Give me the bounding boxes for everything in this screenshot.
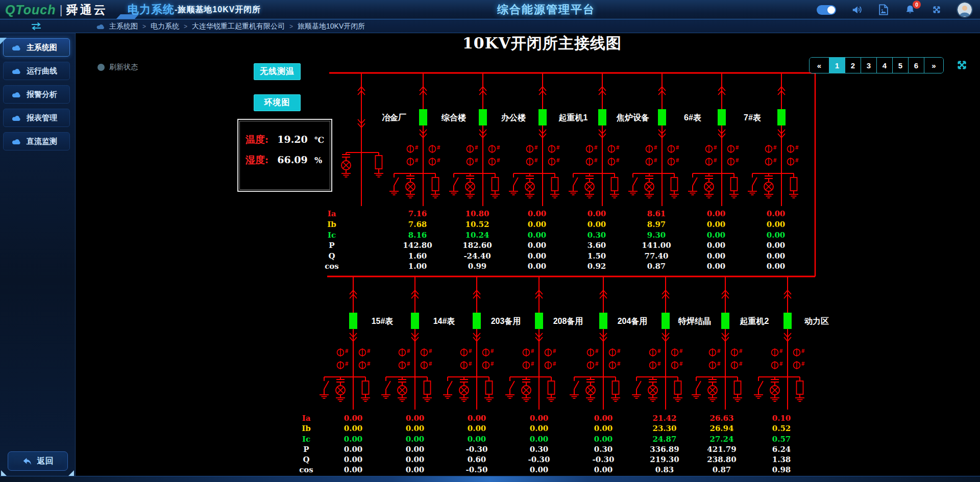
- sidebar-item-运行曲线[interactable]: 运行曲线: [3, 62, 70, 80]
- resistor-icon: [376, 156, 382, 169]
- resistor-icon: [552, 177, 558, 191]
- breaker-closed[interactable]: [662, 313, 670, 329]
- ct-hash: #: [407, 348, 410, 354]
- breaker-closed[interactable]: [538, 109, 547, 125]
- breaker-closed[interactable]: [598, 109, 606, 125]
- sidebar-collapse-icon[interactable]: [30, 22, 43, 31]
- breaker-closed[interactable]: [479, 109, 487, 125]
- breaker-closed[interactable]: [721, 313, 729, 329]
- breaker-closed[interactable]: [658, 109, 666, 125]
- ct-hash: #: [534, 144, 537, 150]
- sidebar-item-报表管理[interactable]: 报表管理: [3, 109, 70, 127]
- ct-hash: #: [739, 361, 742, 367]
- refresh-status: 刷新状态: [97, 63, 138, 72]
- table-value: 26.94: [710, 424, 734, 433]
- ct-hash: #: [407, 361, 410, 367]
- page-button-5[interactable]: 5: [892, 58, 908, 73]
- breaker-closed[interactable]: [349, 313, 357, 329]
- sidebar-item-直流监测[interactable]: 直流监测: [3, 132, 70, 150]
- page-button-2[interactable]: 2: [845, 58, 861, 73]
- table-value: 0.00: [594, 424, 613, 433]
- page-title: 10KV开闭所主接线图: [414, 33, 670, 54]
- breaker-closed[interactable]: [535, 313, 543, 329]
- announcement-icon[interactable]: [851, 4, 863, 15]
- table-value: 0.83: [655, 465, 674, 474]
- breaker-closed[interactable]: [783, 313, 792, 329]
- cloud-icon: [11, 115, 21, 121]
- ct-hash: #: [531, 361, 534, 367]
- breadcrumb-item[interactable]: 旅顺基地10KV开闭所: [298, 22, 365, 31]
- table-value: 0.99: [468, 262, 487, 271]
- resistor-icon: [548, 381, 555, 394]
- ct-hash: #: [475, 144, 478, 150]
- resistor-icon: [432, 177, 439, 191]
- back-button[interactable]: 返回: [8, 451, 68, 471]
- ct-hash: #: [679, 361, 682, 367]
- page-prev-button[interactable]: «: [810, 58, 829, 73]
- breaker-closed[interactable]: [473, 313, 481, 329]
- breadcrumb-separator: >: [142, 23, 146, 30]
- notifications-bell[interactable]: 0: [904, 4, 916, 15]
- table-value: 0.00: [344, 465, 363, 474]
- sidebar-item-主系统图[interactable]: 主系统图: [3, 38, 70, 57]
- diagram-fullscreen-icon[interactable]: [955, 58, 969, 72]
- table-value: 10.24: [465, 231, 489, 240]
- environment-readout-box: 温度: 19.20 ℃ 湿度: 66.09 %: [237, 119, 332, 192]
- ct-hash: #: [497, 144, 500, 150]
- page-selector: «123456»: [809, 57, 944, 73]
- ct-hash: #: [654, 157, 657, 163]
- humidity-label: 湿度:: [246, 154, 268, 167]
- ct-hash: #: [717, 361, 720, 367]
- user-avatar[interactable]: [958, 3, 972, 17]
- table-row-label: Ic: [302, 435, 310, 444]
- table-value: 7.16: [408, 209, 427, 218]
- breadcrumb-item[interactable]: 大连华锐重工起重机有限公司: [192, 22, 285, 31]
- resistor-icon: [486, 381, 493, 394]
- breaker-closed[interactable]: [718, 109, 726, 125]
- page-button-3[interactable]: 3: [861, 58, 876, 73]
- page-button-4[interactable]: 4: [876, 58, 892, 73]
- page-button-6[interactable]: 6: [908, 58, 924, 73]
- bottom-edge-strip: [0, 476, 980, 482]
- ct-hash: #: [345, 361, 348, 367]
- feeder-label: 203备用: [491, 317, 521, 325]
- table-value: 182.60: [462, 241, 492, 250]
- table-value: -0.30: [528, 455, 550, 464]
- table-value: 0.00: [406, 414, 425, 423]
- temperature-label: 温度:: [246, 133, 268, 146]
- breadcrumb-item[interactable]: 电力系统: [151, 22, 179, 31]
- fullscreen-icon[interactable]: [931, 4, 942, 15]
- table-value: 336.89: [650, 445, 679, 454]
- resistor-icon: [671, 177, 678, 191]
- report-image-icon[interactable]: [878, 4, 889, 15]
- table-value: 0.00: [707, 241, 726, 250]
- sidebar-item-报警分析[interactable]: 报警分析: [3, 85, 70, 104]
- ct-hash: #: [469, 361, 472, 367]
- table-value: 0.00: [707, 231, 726, 240]
- table-value: 0.00: [406, 455, 425, 464]
- ct-hash: #: [469, 348, 472, 354]
- wireless-temp-button[interactable]: 无线测温: [254, 63, 301, 80]
- ct-hash: #: [345, 348, 348, 354]
- ct-hash: #: [595, 361, 598, 367]
- page-button-1[interactable]: 1: [829, 58, 845, 73]
- page-next-button[interactable]: »: [924, 58, 943, 73]
- breaker-closed[interactable]: [419, 109, 427, 125]
- toggle-knob: [827, 6, 835, 14]
- breaker-closed[interactable]: [411, 313, 419, 329]
- table-value: 0.00: [468, 414, 486, 423]
- ct-hash: #: [553, 348, 556, 354]
- breadcrumb-item[interactable]: 主系统图: [109, 22, 138, 31]
- table-value: 0.00: [707, 251, 726, 261]
- switch-icon: [454, 177, 458, 186]
- ct-hash: #: [415, 157, 418, 163]
- breaker-closed[interactable]: [599, 313, 607, 329]
- theme-toggle[interactable]: [817, 5, 836, 15]
- table-value: 1.50: [587, 251, 606, 261]
- ct-hash: #: [534, 157, 537, 163]
- table-value: 10.80: [465, 209, 489, 218]
- environment-map-button[interactable]: 环境图: [254, 94, 301, 111]
- ct-hash: #: [497, 157, 500, 163]
- breaker-closed[interactable]: [777, 109, 786, 125]
- switch-icon: [574, 381, 579, 389]
